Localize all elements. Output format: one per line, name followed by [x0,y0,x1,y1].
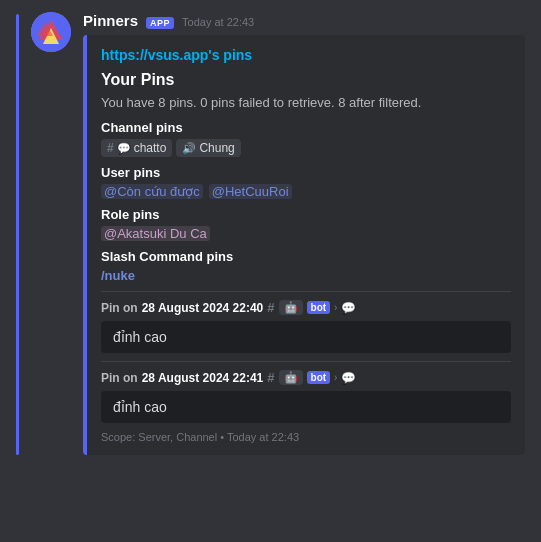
left-accent-border [16,14,19,455]
user-mention-2[interactable]: @HetCuuRoi [209,184,292,199]
pin-hash-icon-2: # [267,370,274,385]
username: Pinners [83,12,138,29]
app-badge: APP [146,17,174,29]
divider-1 [101,291,511,292]
speaker-icon: 🔊 [182,142,196,155]
hash-icon: # [107,141,114,155]
embed-description: You have 8 pins. 0 pins failed to retrie… [101,95,511,110]
pin-row-1: Pin on 28 August 2024 22:40 # 🤖 bot › 💬 … [101,300,511,353]
embed-url[interactable]: https://vsus.app's pins [101,47,511,63]
pin-header-1: Pin on 28 August 2024 22:40 # 🤖 bot › 💬 [101,300,511,315]
user-mention-1[interactable]: @Còn cứu được [101,184,203,199]
bot-tag-2: bot [307,371,331,384]
bot-tag-1: bot [307,301,331,314]
pin-channel-tag-2[interactable]: 🤖 [279,370,303,385]
chevron-icon-1: › [334,302,337,313]
pin-row-2: Pin on 28 August 2024 22:41 # 🤖 bot › 💬 … [101,370,511,423]
pin-label-2: Pin on [101,371,138,385]
pin-channel-tag-1[interactable]: 🤖 [279,300,303,315]
divider-2 [101,361,511,362]
embed-container: https://vsus.app's pins Your Pins You ha… [83,35,525,455]
scope-text: Scope: Server, Channel • Today at 22:43 [101,431,511,443]
role-tags: @Akatsuki Du Ca [101,226,511,241]
channel-pins-label: Channel pins [101,120,511,135]
pin-hash-icon-1: # [267,300,274,315]
pin-label-1: Pin on [101,301,138,315]
pin-header-2: Pin on 28 August 2024 22:41 # 🤖 bot › 💬 [101,370,511,385]
pin-date-2: 28 August 2024 22:41 [142,371,264,385]
robot-icon-1: 🤖 [284,301,298,314]
role-mention-1[interactable]: @Akatsuki Du Ca [101,226,210,241]
pin-content-2: đỉnh cao [101,391,511,423]
tag-chatto[interactable]: # 💬 chatto [101,139,172,157]
message-header: Pinners APP Today at 22:43 [83,12,525,29]
chat-icon: 💬 [117,142,131,155]
slash-cmd-1[interactable]: /nuke [101,268,511,283]
user-pins-label: User pins [101,165,511,180]
embed-title: Your Pins [101,71,511,89]
message-container: Pinners APP Today at 22:43 https://vsus.… [0,0,541,467]
user-tags: @Còn cứu được @HetCuuRoi [101,184,511,199]
avatar-image [31,12,71,52]
pin-date-1: 28 August 2024 22:40 [142,301,264,315]
chevron-icon-2: › [334,372,337,383]
robot-icon-2: 🤖 [284,371,298,384]
slash-pins-label: Slash Command pins [101,249,511,264]
tag-chung[interactable]: 🔊 Chung [176,139,240,157]
pin-content-1: đỉnh cao [101,321,511,353]
content-area: Pinners APP Today at 22:43 https://vsus.… [83,12,525,455]
channel-tags: # 💬 chatto 🔊 Chung [101,139,511,157]
tag-chung-label: Chung [199,141,234,155]
avatar [31,12,71,52]
speech-icon-2: 💬 [341,371,356,385]
role-pins-label: Role pins [101,207,511,222]
timestamp: Today at 22:43 [182,16,254,28]
speech-icon-1: 💬 [341,301,356,315]
tag-chatto-label: chatto [134,141,167,155]
